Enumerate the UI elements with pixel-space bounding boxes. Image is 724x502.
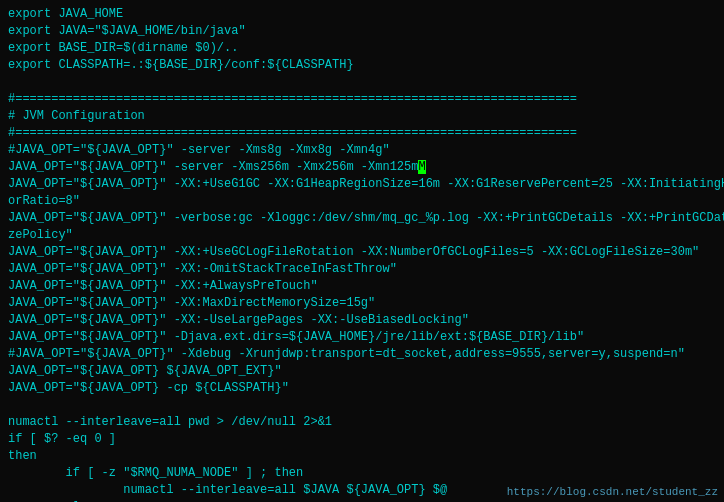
code-line: #JAVA_OPT="${JAVA_OPT}" -server -Xms8g -… bbox=[8, 142, 716, 159]
code-line: if [ -z "$RMQ_NUMA_NODE" ] ; then bbox=[8, 465, 716, 482]
code-line: JAVA_OPT="${JAVA_OPT}" -XX:-OmitStackTra… bbox=[8, 261, 716, 278]
code-line: JAVA_OPT="${JAVA_OPT}" -verbose:gc -Xlog… bbox=[8, 210, 716, 227]
code-line: #=======================================… bbox=[8, 91, 716, 108]
code-line: JAVA_OPT="${JAVA_OPT} ${JAVA_OPT_EXT}" bbox=[8, 363, 716, 380]
code-line: # JVM Configuration bbox=[8, 108, 716, 125]
code-line: export JAVA="$JAVA_HOME/bin/java" bbox=[8, 23, 716, 40]
code-line: export JAVA_HOME bbox=[8, 6, 716, 23]
code-line: orRatio=8" bbox=[8, 193, 716, 210]
code-line: JAVA_OPT="${JAVA_OPT}" -XX:MaxDirectMemo… bbox=[8, 295, 716, 312]
code-line: JAVA_OPT="${JAVA_OPT}" -Djava.ext.dirs=$… bbox=[8, 329, 716, 346]
code-line: export BASE_DIR=$(dirname $0)/.. bbox=[8, 40, 716, 57]
code-line: JAVA_OPT="${JAVA_OPT}" -XX:+UseGCLogFile… bbox=[8, 244, 716, 261]
code-line-highlight: JAVA_OPT="${JAVA_OPT}" -server -Xms256m … bbox=[8, 159, 716, 176]
code-line: #=======================================… bbox=[8, 125, 716, 142]
code-line: JAVA_OPT="${JAVA_OPT}" -XX:-UseLargePage… bbox=[8, 312, 716, 329]
code-line: export CLASSPATH=.:${BASE_DIR}/conf:${CL… bbox=[8, 57, 716, 74]
terminal-window: export JAVA_HOME export JAVA="$JAVA_HOME… bbox=[0, 0, 724, 502]
code-line: numactl --interleave=all pwd > /dev/null… bbox=[8, 414, 716, 431]
code-line: JAVA_OPT="${JAVA_OPT} -cp ${CLASSPATH}" bbox=[8, 380, 716, 397]
code-line bbox=[8, 74, 716, 91]
code-line: if [ $? -eq 0 ] bbox=[8, 431, 716, 448]
code-line: #JAVA_OPT="${JAVA_OPT}" -Xdebug -Xrunjdw… bbox=[8, 346, 716, 363]
watermark: https://blog.csdn.net/student_zz bbox=[507, 486, 718, 498]
code-line bbox=[8, 397, 716, 414]
code-line: zePolicy" bbox=[8, 227, 716, 244]
code-line: JAVA_OPT="${JAVA_OPT}" -XX:+UseG1GC -XX:… bbox=[8, 176, 716, 193]
code-line: then bbox=[8, 448, 716, 465]
code-line: JAVA_OPT="${JAVA_OPT}" -XX:+AlwaysPreTou… bbox=[8, 278, 716, 295]
